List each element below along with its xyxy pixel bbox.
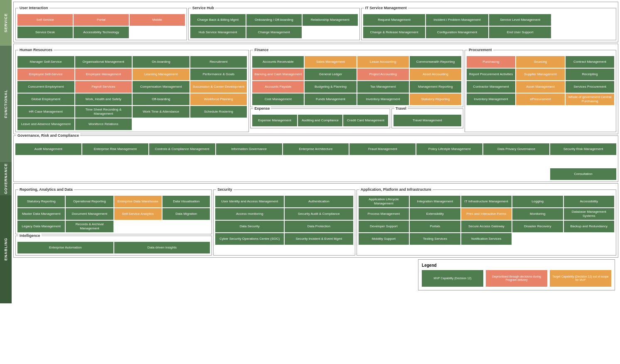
org-management-cell[interactable]: Organisational Management: [75, 56, 132, 68]
banking-cash-cell[interactable]: Banking and Cash Management: [252, 69, 304, 80]
master-data-cell[interactable]: Master Data Management: [17, 208, 65, 220]
work-time-attendance-cell[interactable]: Work Time & Attendance: [133, 106, 189, 118]
credit-card-management-cell[interactable]: Credit Card Management: [343, 115, 388, 126]
change-management-cell[interactable]: Change Management: [246, 27, 302, 38]
sourcing-cell[interactable]: Sourcing: [516, 56, 565, 68]
services-procurement-cell[interactable]: Services Procurement: [566, 81, 614, 93]
tax-management-cell[interactable]: Tax Management: [357, 81, 409, 93]
data-visualisation-cell[interactable]: Data Visualisation: [162, 196, 210, 207]
authentication-cell[interactable]: Authentication: [285, 196, 353, 207]
employee-management-cell[interactable]: Employee Management: [75, 69, 132, 80]
self-service-analytics-cell[interactable]: Self Service Analytics: [114, 208, 162, 220]
enterprise-risk-cell[interactable]: Enterprise Risk Management: [82, 143, 148, 155]
end-user-support-cell[interactable]: End User Support: [489, 27, 551, 38]
mobile-cell[interactable]: Mobile: [130, 14, 185, 26]
learning-management-cell[interactable]: Learning Management: [133, 69, 189, 80]
enterprise-architecture-cell[interactable]: Enterprise Architecture: [283, 143, 349, 155]
schedule-rostering-cell[interactable]: Schedule Rostering: [190, 106, 247, 118]
app-lifecycle-cell[interactable]: Application Lifecycle Management: [359, 196, 409, 207]
mobility-support-cell[interactable]: Mobility Support: [359, 233, 409, 245]
contract-management-cell[interactable]: Contract Management: [566, 56, 614, 68]
notification-services-cell[interactable]: Notification Services: [461, 233, 512, 245]
travel-management-cell[interactable]: Travel Management: [394, 115, 461, 126]
lease-accounting-cell[interactable]: Lease Accounting: [357, 56, 409, 68]
whole-of-govt-cell[interactable]: Whole of government Central Purchasing: [566, 93, 614, 105]
security-risk-cell[interactable]: Security Risk Management: [550, 143, 616, 155]
data-security-cell[interactable]: Data Security: [215, 221, 284, 232]
payroll-services-cell[interactable]: Payroll Services: [75, 81, 132, 93]
portal-cell[interactable]: Portal: [74, 14, 129, 26]
testing-services-cell[interactable]: Testing Services: [410, 233, 460, 245]
compensation-management-cell[interactable]: Compensation Management: [133, 81, 189, 93]
charge-back-cell[interactable]: Charge Back & Billing Mgmt: [190, 14, 246, 26]
enterprise-data-warehouse-cell[interactable]: Enterprise Data Warehouse: [114, 196, 162, 207]
operational-reporting-cell[interactable]: Operational Reporting: [66, 196, 113, 207]
auditing-compliance-cell[interactable]: Auditing and Compliance: [298, 115, 343, 126]
policy-lifestyle-cell[interactable]: Policy Lifestyle Management: [416, 143, 482, 155]
self-service-cell[interactable]: Self Service: [17, 14, 73, 26]
database-management-cell[interactable]: Database Management Systems: [564, 208, 614, 220]
request-management-cell[interactable]: Request Management: [363, 14, 426, 26]
general-ledger-cell[interactable]: General Ledger: [305, 69, 356, 80]
data-protection-cell[interactable]: Data Protection: [285, 221, 353, 232]
budgeting-planning-cell[interactable]: Budgeting & Planning: [305, 81, 356, 93]
portals-cell[interactable]: Portals: [410, 221, 460, 232]
it-infrastructure-cell[interactable]: IT Infrastructure Management: [461, 196, 512, 207]
inventory-management-cell[interactable]: Inventory Management: [357, 93, 409, 105]
extensibility-cell[interactable]: Extensibility: [410, 208, 460, 220]
global-employment-cell[interactable]: Global Employment: [17, 93, 74, 105]
on-boarding-cell[interactable]: On-boarding: [133, 56, 189, 68]
contractor-management-cell[interactable]: Contractor Management: [467, 81, 515, 93]
controls-compliance-cell[interactable]: Controls & Compliance Management: [149, 143, 215, 155]
expense-management-cell[interactable]: Expense Management: [252, 115, 297, 126]
accessibility-technology-cell[interactable]: Accessibility Technology: [74, 27, 129, 38]
inventory-management-proc-cell[interactable]: Inventory Management: [467, 93, 515, 105]
manager-self-service-cell[interactable]: Manager Self-Service: [17, 56, 74, 68]
service-level-cell[interactable]: Service Level Management: [489, 14, 551, 26]
succession-career-cell[interactable]: Succession & Career Development: [190, 81, 247, 93]
eprocurement-cell[interactable]: eProcurement: [516, 93, 565, 105]
commonwealth-reporting-cell[interactable]: Commonwealth Reporting: [410, 56, 461, 68]
concurrent-employment-cell[interactable]: Concurrent Employment: [17, 81, 74, 93]
project-accounting-cell[interactable]: Project Accounting: [357, 69, 409, 80]
sales-management-cell[interactable]: Sales Management: [305, 56, 356, 68]
fraud-management-cell[interactable]: Fraud Management: [349, 143, 416, 155]
management-reporting-cell[interactable]: Management Reporting: [410, 81, 461, 93]
workforce-relations-cell[interactable]: Workforce Relations: [75, 118, 132, 130]
cyber-security-cell[interactable]: Cyber Security Operations Centre (SOC): [215, 233, 284, 245]
backup-redundancy-cell[interactable]: Backup and Redundancy: [564, 221, 614, 232]
purchasing-cell[interactable]: Purchasing: [467, 56, 515, 68]
process-management-cell[interactable]: Process Management: [359, 208, 409, 220]
hr-case-management-cell[interactable]: HR Case Management: [17, 106, 74, 118]
access-monitoring-cell[interactable]: Access monitoring: [215, 208, 284, 220]
timesheet-recording-cell[interactable]: Time Sheet Recording & Management: [75, 106, 132, 118]
supplier-management-cell[interactable]: Supplier Management: [516, 69, 565, 80]
change-release-cell[interactable]: Change & Release Management: [363, 27, 426, 38]
data-privacy-governance-cell[interactable]: Data Privacy Governance: [483, 143, 549, 155]
report-procurement-cell[interactable]: Report Procurement Activities: [467, 69, 515, 80]
user-identity-cell[interactable]: User Identity and Access Management: [215, 196, 284, 207]
accessibility-cell[interactable]: Accessibility: [564, 196, 614, 207]
information-governance-cell[interactable]: Information Governance: [216, 143, 282, 155]
employee-self-service-cell[interactable]: Employee Self-Service: [17, 69, 74, 80]
security-incident-cell[interactable]: Security Incident & Event Mgmt: [285, 233, 353, 245]
disaster-recovery-cell[interactable]: Disaster Recovery: [512, 221, 563, 232]
statutory-reporting-enable-cell[interactable]: Statutory Reporting: [17, 196, 65, 207]
configuration-management-cell[interactable]: Configuration Management: [426, 27, 488, 38]
leave-absence-cell[interactable]: Leave and Absence Management: [17, 118, 74, 130]
cost-management-cell[interactable]: Cost Management: [252, 93, 304, 105]
receipting-cell[interactable]: Receipting: [566, 69, 614, 80]
asset-accounting-cell[interactable]: Asset Accounting: [410, 69, 461, 80]
data-driven-insights-cell[interactable]: Data driven insights: [114, 242, 210, 253]
data-migration-cell[interactable]: Data Migration: [162, 208, 210, 220]
work-health-safety-cell[interactable]: Work, Health and Safety: [75, 93, 132, 105]
legacy-data-cell[interactable]: Legacy Data Management: [17, 221, 65, 232]
integration-management-cell[interactable]: Integration Management: [410, 196, 460, 207]
performance-goals-cell[interactable]: Performance & Goals: [190, 69, 247, 80]
security-audit-cell[interactable]: Security Audit & Compliance: [285, 208, 353, 220]
records-archival-cell[interactable]: Records & Archival Management: [66, 221, 113, 232]
funds-management-cell[interactable]: Funds Management: [305, 93, 356, 105]
statutory-reporting-cell[interactable]: Statutory Reporting: [410, 93, 461, 105]
service-desk-cell[interactable]: Service Desk: [17, 27, 73, 38]
print-interactive-cell[interactable]: Print and Interactive Forms: [461, 208, 512, 220]
